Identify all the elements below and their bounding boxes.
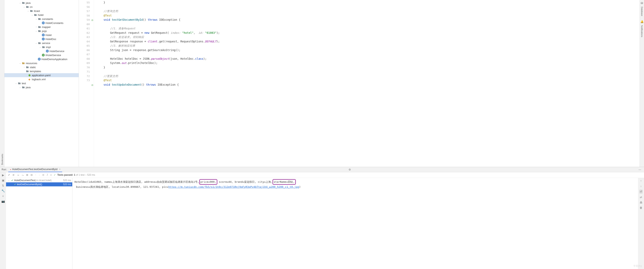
run-tab[interactable]: ⬥ HotelDocumentTest.testGetDocumentById … bbox=[8, 167, 62, 172]
tree-folder-impl[interactable]: ⌄impl bbox=[4, 45, 79, 49]
console-text: ) bbox=[299, 185, 301, 188]
tree-class-hoteldoc[interactable]: CHotelDoc bbox=[4, 37, 79, 41]
tree-folder-pojo[interactable]: ⌄pojo bbox=[4, 29, 79, 33]
test-node-parent[interactable]: ⌄✔ HotelDocumentTest (cn.itcast.hotel) 5… bbox=[6, 178, 72, 182]
ignored-icon[interactable]: ⊘ bbox=[12, 174, 15, 176]
right-rail: ⛁ Database 🔔 Notifications bbox=[640, 0, 644, 167]
history-icon[interactable]: ⊙ bbox=[42, 174, 45, 176]
project-tree[interactable]: ⌄java ⌄cn ⌄itcast ⌄hotel ⌄constants CHot… bbox=[4, 0, 79, 167]
tree-folder-cn[interactable]: ⌄cn bbox=[4, 5, 79, 9]
test-parent-pkg: (cn.itcast.hotel) bbox=[35, 179, 52, 182]
tree-folder-mapper[interactable]: ›mapper bbox=[4, 25, 79, 29]
notifications-icon[interactable]: 🔔 bbox=[640, 20, 644, 23]
tree-label: cn bbox=[30, 5, 32, 8]
test-time: 520 ms bbox=[63, 179, 71, 182]
run-tab-title: HotelDocumentTest.testGetDocumentById bbox=[12, 168, 57, 171]
tree-folder-test[interactable]: ⌄test bbox=[4, 81, 79, 85]
test-parent-name: HotelDocumentTest bbox=[14, 179, 35, 182]
collapse-icon[interactable]: ⊟ bbox=[30, 174, 33, 176]
tree-class-hotelconstants[interactable]: CHotelConstants bbox=[4, 21, 79, 25]
tree-label: HotelDoc bbox=[46, 38, 56, 41]
tree-folder-java[interactable]: ⌄java bbox=[4, 1, 79, 5]
console-link[interactable]: https://m.tuniucdn.com/fb3/s1/2n9c/312e9… bbox=[168, 185, 299, 188]
export-icon[interactable]: ⤴ bbox=[46, 174, 48, 176]
tree-label: itcast bbox=[34, 9, 40, 12]
trash-icon[interactable]: 🗑 bbox=[640, 206, 642, 209]
database-icon[interactable]: ⛁ bbox=[641, 1, 643, 5]
square-icon[interactable]: ■ bbox=[2, 194, 4, 198]
code-area[interactable]: } //查询文档 @Test void testGetDocumentById(… bbox=[94, 0, 640, 167]
close-icon[interactable]: × bbox=[59, 168, 60, 171]
tree-class-hoteldemoapp[interactable]: CHotelDemoApplication bbox=[4, 57, 79, 61]
stop-icon[interactable]: ▣ bbox=[2, 179, 4, 182]
test-tree[interactable]: ⌄✔ HotelDocumentTest (cn.itcast.hotel) 5… bbox=[6, 178, 72, 269]
tree-folder-templates[interactable]: templates bbox=[4, 69, 79, 73]
tree-label: resources bbox=[26, 62, 37, 65]
run-left-toolbar: ▶ ▣ ⇅ 🔧 ■ 📷 bbox=[0, 172, 6, 269]
tree-folder-itcast[interactable]: ⌄itcast bbox=[4, 9, 79, 13]
camera-icon[interactable]: 📷 bbox=[2, 200, 5, 203]
console-text: score=44, brand=皇冠假日, city=上海, bbox=[217, 180, 272, 183]
softreturn-icon[interactable]: ⏎ bbox=[639, 190, 642, 194]
test-child-name: testGetDocumentById() bbox=[17, 183, 42, 186]
tree-label: mapper bbox=[42, 25, 51, 28]
sort-icon-2[interactable]: ↓ₐ bbox=[21, 174, 24, 176]
tree-label: IHotelService bbox=[46, 54, 61, 57]
rerun-icon[interactable]: ▶ bbox=[2, 174, 4, 177]
run-panel: Run: ⬥ HotelDocumentTest.testGetDocument… bbox=[0, 167, 644, 269]
tree-folder-static[interactable]: ›static bbox=[4, 65, 79, 69]
tree-label: pojo bbox=[42, 29, 47, 32]
tree-label: impl bbox=[46, 46, 51, 49]
notifications-tab[interactable]: Notifications bbox=[641, 24, 643, 38]
tree-label: service bbox=[42, 42, 50, 45]
down-icon[interactable]: ↓ bbox=[38, 174, 40, 176]
minimize-icon[interactable]: — bbox=[638, 168, 641, 171]
more-icon[interactable]: » bbox=[50, 174, 52, 176]
run-right-toolbar: ↑ ↓ ⏎ ⇄ 🖶 🗑 bbox=[638, 178, 644, 269]
tree-label: HotelConstants bbox=[46, 21, 64, 24]
database-tab[interactable]: Database bbox=[641, 5, 643, 17]
tree-folder-service[interactable]: ⌄service bbox=[4, 41, 79, 45]
toggle-icon[interactable]: ⇅ bbox=[2, 184, 4, 187]
tree-class-hotelservice[interactable]: CHotelService bbox=[4, 49, 79, 53]
console-output[interactable]: HotelDoc(id=61083, name=上海滴水湖皇冠假日酒店, add… bbox=[72, 178, 638, 269]
tree-folder-constants[interactable]: ⌄constants bbox=[4, 17, 79, 21]
run-toolbar: ✔ ⊘ ↓₂ ↓ₐ ⊞ ⊟ ↑ ↓ ⊙ ⤴ » ✓ Tests passed: … bbox=[6, 172, 644, 178]
run-label: Run: bbox=[2, 168, 7, 171]
tree-folder-java-test[interactable]: ⌄java bbox=[4, 85, 79, 89]
sort-icon[interactable]: ↓₂ bbox=[16, 174, 20, 176]
console-text: HotelDoc(id=61083, name=上海滴水湖皇冠假日酒店, add… bbox=[74, 180, 199, 183]
tree-label: Hotel bbox=[46, 33, 52, 36]
test-node-child[interactable]: ✔ testGetDocumentById() 520 ms bbox=[6, 182, 72, 186]
tree-folder-hotel[interactable]: ⌄hotel bbox=[4, 13, 79, 17]
tree-folder-resources[interactable]: ⌄resources bbox=[4, 61, 79, 65]
tree-label: test bbox=[22, 82, 26, 85]
tree-file-logback-xml[interactable]: ◆logback.xml bbox=[4, 77, 79, 81]
tree-label: static bbox=[30, 66, 36, 69]
test-time: 520 ms bbox=[63, 183, 71, 186]
scroll-down-icon[interactable]: ↓ bbox=[640, 184, 642, 188]
gutter[interactable]: 55 56 57 58 59⟳ 60 61 62 63 64 65 66 67 … bbox=[79, 0, 94, 167]
tests-total: of 1 test – 520 ms bbox=[75, 174, 95, 176]
tree-label: hotel bbox=[38, 13, 44, 16]
tree-label: HotelDemoApplication bbox=[42, 58, 68, 61]
scroll-up-icon[interactable]: ↑ bbox=[640, 179, 642, 182]
gear-icon[interactable]: ⚙ bbox=[348, 168, 351, 171]
tree-class-hotel[interactable]: CHotel bbox=[4, 33, 79, 37]
recursive-icon: ⟳ bbox=[91, 18, 94, 23]
wrench-icon[interactable]: 🔧 bbox=[2, 189, 5, 192]
tree-label: java bbox=[26, 1, 30, 4]
up-icon[interactable]: ↑ bbox=[34, 174, 37, 176]
editor[interactable]: 55 56 57 58 59⟳ 60 61 62 63 64 65 66 67 … bbox=[79, 0, 640, 167]
pass-icon: ✓ bbox=[54, 174, 56, 176]
expand-icon[interactable]: ⊞ bbox=[26, 174, 28, 176]
bookmarks-label: Bookmarks bbox=[1, 154, 4, 165]
wrap-icon[interactable]: ⇄ bbox=[640, 196, 642, 199]
tree-file-application-yaml[interactable]: ⬢application.yaml bbox=[4, 73, 79, 77]
recursive-icon: ⟳ bbox=[91, 83, 94, 88]
check-icon[interactable]: ✔ bbox=[8, 174, 10, 176]
print-icon[interactable]: 🖶 bbox=[640, 201, 642, 204]
bookmarks-rail[interactable]: Bookmarks bbox=[0, 0, 4, 167]
tree-label: java bbox=[26, 86, 30, 89]
tree-interface-ihotelservice[interactable]: IIHotelService bbox=[4, 53, 79, 57]
